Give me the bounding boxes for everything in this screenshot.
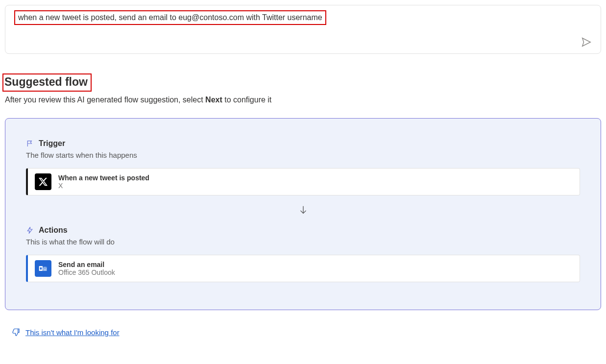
feedback-row: This isn't what I'm looking for bbox=[12, 328, 601, 337]
suggested-flow-subtext: After you review this AI generated flow … bbox=[5, 96, 601, 104]
action-step-title: Send an email bbox=[58, 261, 115, 268]
trigger-section-header: Trigger bbox=[26, 139, 580, 148]
thumbs-down-icon[interactable] bbox=[12, 328, 21, 337]
x-logo-icon bbox=[35, 173, 51, 190]
suggested-flow-heading: Suggested flow bbox=[4, 75, 88, 89]
trigger-step-card[interactable]: When a new tweet is posted X bbox=[26, 168, 580, 195]
prompt-input-card[interactable]: when a new tweet is posted, send an emai… bbox=[5, 5, 601, 54]
prompt-text: when a new tweet is posted, send an emai… bbox=[14, 10, 326, 25]
flow-panel: Trigger The flow starts when this happen… bbox=[5, 118, 601, 310]
suggested-flow-heading-wrap: Suggested flow bbox=[2, 73, 92, 92]
trigger-step-text: When a new tweet is posted X bbox=[58, 174, 149, 190]
subtext-after: to configure it bbox=[222, 96, 272, 104]
actions-section-header: Actions bbox=[26, 226, 580, 235]
subtext-before: After you review this AI generated flow … bbox=[5, 96, 205, 104]
feedback-link[interactable]: This isn't what I'm looking for bbox=[25, 328, 120, 337]
trigger-label: Trigger bbox=[39, 139, 65, 148]
action-step-text: Send an email Office 365 Outlook bbox=[58, 261, 115, 276]
action-step-sub: Office 365 Outlook bbox=[58, 268, 115, 276]
bolt-icon bbox=[26, 226, 34, 234]
trigger-step-sub: X bbox=[58, 182, 149, 190]
actions-desc: This is what the flow will do bbox=[26, 238, 580, 246]
svg-point-1 bbox=[40, 267, 42, 270]
arrow-down-icon bbox=[26, 204, 580, 215]
actions-label: Actions bbox=[39, 226, 68, 235]
action-step-card[interactable]: Send an email Office 365 Outlook bbox=[26, 255, 580, 282]
send-icon[interactable] bbox=[581, 37, 592, 48]
flag-icon bbox=[26, 140, 34, 147]
outlook-logo-icon bbox=[35, 260, 51, 277]
subtext-bold: Next bbox=[205, 96, 222, 104]
trigger-desc: The flow starts when this happens bbox=[26, 151, 580, 159]
trigger-step-title: When a new tweet is posted bbox=[58, 174, 149, 182]
